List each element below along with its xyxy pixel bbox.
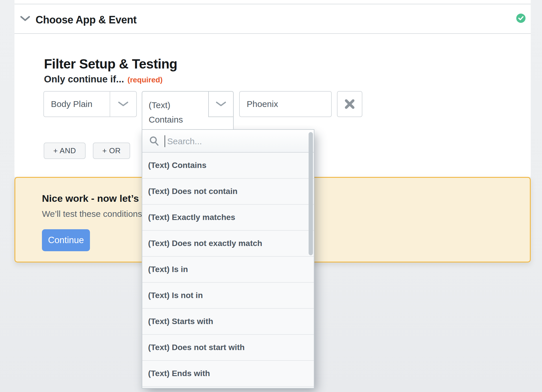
dropdown-search-row — [142, 130, 314, 153]
operator-select[interactable]: (Text) Contains — [142, 91, 234, 129]
condition-value-input[interactable]: Phoenix — [239, 91, 332, 117]
condition-label: Only continue if... — [44, 74, 124, 85]
dropdown-option[interactable]: (Text) Exactly matches — [142, 205, 314, 231]
required-label: (required) — [128, 75, 163, 84]
previous-section-edge — [14, 0, 531, 4]
dropdown-scrollbar[interactable] — [309, 132, 313, 255]
dropdown-option[interactable]: (Text) Is in — [142, 257, 314, 283]
notice-description: We’ll test these conditions — [42, 209, 142, 219]
section-title: Choose App & Event — [36, 14, 137, 26]
dropdown-option[interactable]: (Text) Ends with — [142, 361, 314, 387]
dropdown-option[interactable]: (Text) Contains — [142, 153, 314, 179]
chevron-down-icon — [216, 101, 226, 107]
operator-select-expand[interactable] — [208, 92, 233, 117]
check-icon — [518, 16, 523, 20]
field-select-expand[interactable] — [110, 92, 136, 117]
condition-label-row: Only continue if... (required) — [44, 74, 163, 85]
field-select-value: Body Plain — [44, 92, 110, 117]
section-status-badge — [516, 14, 526, 23]
operator-select-value-line1: (Text) — [149, 100, 170, 110]
notice-title: Nice work - now let’s te — [42, 193, 150, 204]
section-header-choose-app-event: Choose App & Event — [14, 4, 531, 34]
dropdown-option[interactable]: (Text) Starts with — [142, 309, 314, 335]
dropdown-option[interactable]: (Text) Does not contain — [142, 179, 314, 205]
dropdown-option[interactable]: (Text) Is not in — [142, 283, 314, 309]
add-and-condition-button[interactable]: + AND — [44, 143, 86, 159]
dropdown-option[interactable]: (Text) Does not exactly match — [142, 231, 314, 257]
page-title: Filter Setup & Testing — [44, 56, 177, 72]
page: Choose App & Event Filter Setup & Testin… — [0, 0, 542, 392]
continue-button[interactable]: Continue — [42, 229, 90, 251]
dropdown-search-input[interactable] — [167, 134, 301, 149]
search-icon — [149, 136, 159, 147]
field-select[interactable]: Body Plain — [43, 91, 137, 117]
chevron-down-icon — [20, 16, 30, 22]
chevron-down-icon — [118, 101, 128, 107]
operator-dropdown-panel: (Text) Contains (Text) Does not contain … — [142, 129, 314, 389]
add-or-condition-button[interactable]: + OR — [93, 143, 130, 159]
text-caret — [165, 135, 165, 147]
remove-condition-button[interactable] — [337, 91, 362, 117]
section-collapse-toggle[interactable] — [20, 12, 30, 26]
x-icon — [344, 99, 355, 109]
dropdown-option[interactable]: (Text) Does not start with — [142, 335, 314, 361]
operator-select-value-line2: Contains — [149, 115, 183, 125]
